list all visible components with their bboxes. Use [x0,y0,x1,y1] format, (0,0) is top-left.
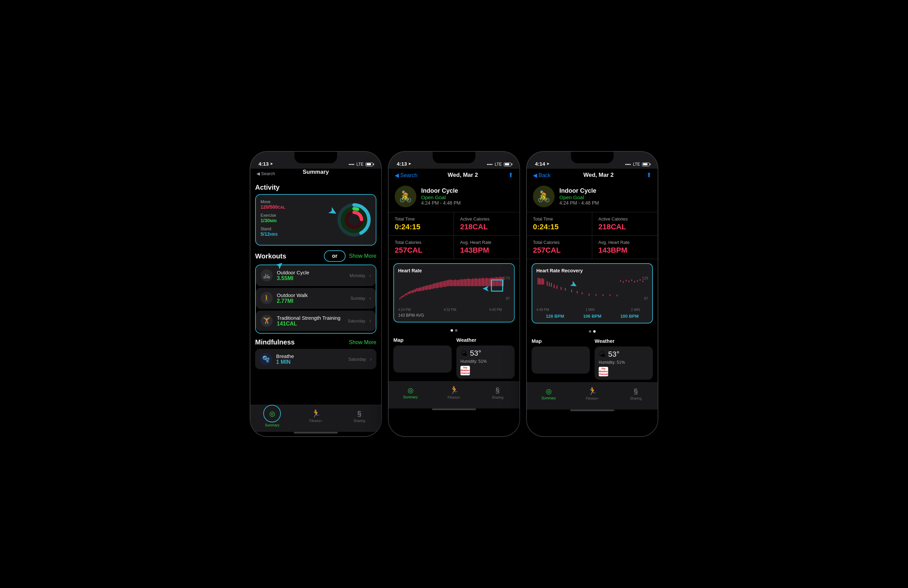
recovery-values: 128 BPM 106 BPM 100 BPM [536,314,648,319]
svg-rect-24 [425,286,425,290]
screen-2: ◀ Search Wed, Mar 2 ⬆ 🚴 Indoor Cycle Ope… [389,169,519,436]
map-placeholder-3[interactable] [531,347,590,374]
svg-rect-108 [640,279,640,281]
tab-sharing-label-2: Sharing [492,395,503,399]
stats-grid-2: Total Time 0:24:15 Active Calories 218CA… [389,212,519,259]
svg-rect-94 [577,291,578,293]
tab-sharing-3[interactable]: § Sharing [614,387,658,400]
workout-icon-2: 🏋️ [261,315,273,327]
svg-rect-42 [450,280,451,286]
share-icon-3[interactable]: ⬆ [646,171,652,179]
svg-rect-11 [407,293,407,296]
svg-rect-86 [547,281,547,286]
svg-rect-14 [411,291,411,293]
activity-rings [337,203,371,237]
tab-sharing-1[interactable]: § Sharing [338,409,381,423]
workout-item-2[interactable]: 🏋️ Traditional Strength Training 141CAL … [256,311,376,331]
weather-section-2: Weather 🌤 53° Humidity: 51% The Weather … [456,337,515,379]
status-time-3: 4:14 ➤ [535,161,549,167]
home-indicator-1 [294,432,338,434]
tab-fitness-label-3: Fitness+ [586,397,599,400]
svg-rect-107 [637,280,638,282]
tab-summary-3[interactable]: ◎ Summary [527,387,570,400]
stats-grid-3: Total Time 0:24:15 Active Calories 218CA… [527,212,658,259]
svg-rect-59 [474,279,474,286]
svg-rect-32 [436,283,436,288]
svg-rect-54 [467,279,467,286]
svg-rect-62 [478,279,478,286]
tab-fitness-3[interactable]: 🏃 Fitness+ [570,387,614,400]
notch-3 [571,152,613,163]
workout-item-0[interactable]: 🚲 Outdoor Cycle 3.55MI Monday › [256,265,376,286]
status-icons-3: ▪▪▪▪ LTE [625,162,649,167]
mindfulness-icon: 🫧 [260,353,272,365]
heart-rate-recovery-chart-3: Heart Rate Recovery 129 97 [531,263,653,323]
svg-rect-53 [465,279,466,286]
svg-rect-100 [617,295,617,296]
mindfulness-show-more[interactable]: Show More [349,339,377,345]
svg-rect-83 [540,278,541,284]
chevron-icon-0: › [369,273,371,278]
stat-active-cal-2: Active Calories 218CAL [454,212,519,236]
workout-item-1[interactable]: 🚶 Outdoor Walk 2.77MI Sunday › [256,288,376,308]
summary-tab-icon: ◎ [269,410,275,418]
exercise-value: 1/30MIN [261,218,332,223]
sharing-tab-icon: § [357,409,362,418]
svg-rect-26 [428,285,428,289]
svg-rect-104 [628,280,629,282]
svg-rect-57 [471,279,472,286]
exercise-stat: Exercise 1/30MIN [261,213,332,223]
workouts-show-more[interactable]: Show More [349,253,377,259]
tab-sharing-2[interactable]: § Sharing [476,386,519,399]
detail-header-3: ◀ Back Wed, Mar 2 ⬆ [527,169,658,182]
weather-channel-logo-3: The Weather Channel [599,367,608,376]
svg-rect-16 [413,289,414,292]
svg-rect-39 [446,280,446,287]
tab-summary-label-2: Summary [403,395,418,399]
dot-3-2 [593,330,596,333]
mindfulness-card[interactable]: 🫧 Breathe 1 MIN Saturday › [255,349,377,369]
battery-icon-3 [642,162,649,166]
map-section-2: Map [393,337,452,379]
signal-icon: ▪▪▪▪ [349,162,354,167]
mindfulness-info: Breathe 1 MIN [276,353,344,365]
share-icon-2[interactable]: ⬆ [508,171,513,179]
content-1: Activity Move 120/500CAL Exercise 1/30MI… [250,180,381,405]
location-arrow-icon: ➤ [270,162,273,165]
tab-summary-ring: ◎ [263,405,281,423]
weather-row-2: 🌤 53° [460,349,510,358]
activity-section-label: Activity [255,183,377,191]
svg-rect-10 [405,294,406,296]
svg-rect-25 [426,286,427,290]
tab-fitness-1[interactable]: 🏃 Fitness+ [294,409,338,423]
map-placeholder-2[interactable] [393,345,452,373]
svg-rect-35 [440,282,441,288]
stat-avg-hr-2: Avg. Heart Rate 143BPM [454,236,519,259]
tab-bar-2: ◎ Summary 🏃 Fitness+ § Sharing [389,381,519,408]
svg-rect-89 [554,284,555,288]
or-button[interactable]: or [324,250,346,262]
tab-fitness-2[interactable]: 🏃 Fitness+ [432,386,476,399]
svg-rect-43 [451,280,452,286]
svg-rect-36 [441,281,442,288]
dot-indicator-2 [389,329,519,332]
dot-indicator-3 [527,330,658,333]
search-back-label-1[interactable]: ◀ Search [256,171,275,176]
screen-3: ◀ Back Wed, Mar 2 ⬆ 🚴 Indoor Cycle Open … [527,169,658,436]
network-type: LTE [356,162,364,167]
svg-rect-82 [539,278,540,284]
summary-tab-icon-2: ◎ [407,386,413,394]
weather-channel-2: The Weather Channel [460,366,510,375]
page-title-1: Summary [296,169,335,178]
tab-summary-1[interactable]: ◎ Summary [250,405,294,427]
stat-total-time-3: Total Time 0:24:15 [527,212,592,236]
map-section-3: Map [531,338,590,380]
tab-summary-2[interactable]: ◎ Summary [389,386,432,399]
phone-detail-hr: 4:13 ➤ ▪▪▪▪ LTE ◀ Search Wed, Mar 2 ⬆ 🚴 … [388,151,520,437]
back-button-3[interactable]: ◀ Back [533,172,551,178]
workout-icon-0: 🚲 [261,269,273,281]
back-button-2[interactable]: ◀ Search [395,172,417,178]
notch [295,152,337,163]
svg-rect-105 [631,280,632,281]
svg-rect-21 [420,287,421,291]
